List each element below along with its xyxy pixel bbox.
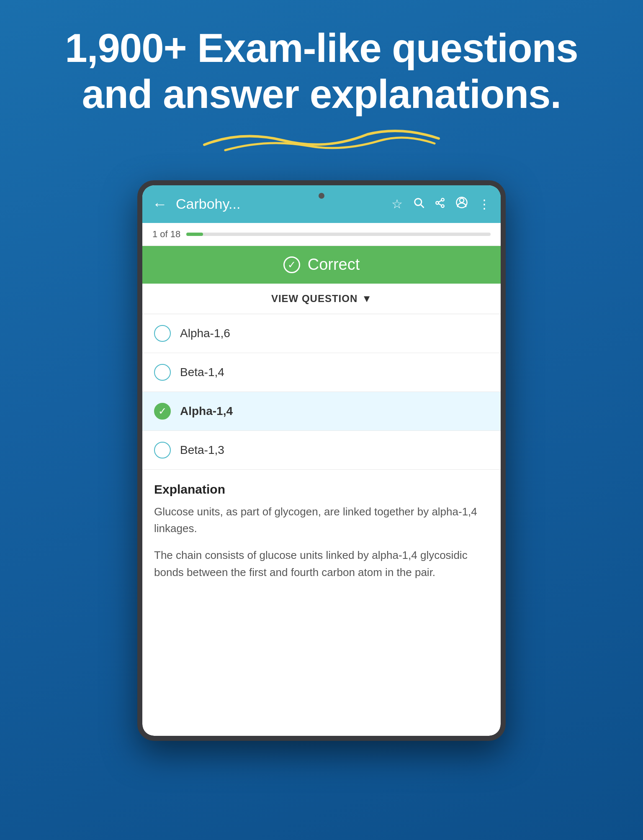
explanation-paragraph-2: The chain consists of glucose units link… bbox=[154, 547, 489, 581]
option-row-d[interactable]: Beta-1,3 bbox=[142, 431, 501, 470]
explanation-section: Explanation Glucose units, as part of gl… bbox=[142, 470, 501, 603]
option-text-d: Beta-1,3 bbox=[180, 443, 224, 457]
tablet-screen: ← Carbohy... ☆ bbox=[142, 185, 501, 736]
header-title: 1,900+ Exam-like questions and answer ex… bbox=[33, 25, 610, 118]
more-icon[interactable]: ⋮ bbox=[478, 197, 491, 211]
correct-check-icon: ✓ bbox=[283, 256, 300, 273]
app-bar-icons: ☆ bbox=[391, 196, 491, 212]
option-text-c: Alpha-1,4 bbox=[180, 405, 233, 418]
tablet-camera bbox=[319, 193, 324, 199]
user-icon[interactable] bbox=[455, 196, 468, 212]
progress-section: 1 of 18 bbox=[142, 223, 501, 246]
search-icon[interactable] bbox=[413, 197, 424, 211]
correct-text: Correct bbox=[308, 256, 360, 274]
explanation-title: Explanation bbox=[154, 482, 489, 497]
option-row-b[interactable]: Beta-1,4 bbox=[142, 353, 501, 392]
view-question-arrow-icon: ▼ bbox=[362, 293, 372, 305]
correct-banner: ✓ Correct bbox=[142, 246, 501, 284]
decorative-squiggle bbox=[192, 122, 451, 155]
svg-line-5 bbox=[438, 203, 441, 205]
tablet-device: ← Carbohy... ☆ bbox=[137, 180, 506, 741]
radio-a bbox=[154, 325, 171, 342]
view-question-label: VIEW QUESTION bbox=[271, 293, 358, 305]
options-list: Alpha-1,6 Beta-1,4 ✓ Alpha-1,4 bbox=[142, 314, 501, 470]
star-icon[interactable]: ☆ bbox=[391, 197, 403, 211]
progress-label: 1 of 18 bbox=[152, 229, 180, 240]
radio-b bbox=[154, 364, 171, 381]
svg-point-7 bbox=[460, 198, 464, 202]
svg-line-1 bbox=[421, 205, 423, 207]
app-bar-title: Carbohy... bbox=[176, 196, 383, 212]
option-row-a[interactable]: Alpha-1,6 bbox=[142, 314, 501, 353]
radio-check-icon: ✓ bbox=[158, 405, 167, 417]
page-background: 1,900+ Exam-like questions and answer ex… bbox=[0, 0, 643, 741]
back-button[interactable]: ← bbox=[152, 195, 167, 213]
explanation-paragraph-1: Glucose units, as part of glycogen, are … bbox=[154, 503, 489, 537]
header-section: 1,900+ Exam-like questions and answer ex… bbox=[0, 0, 643, 164]
progress-bar-background bbox=[186, 233, 491, 236]
svg-line-6 bbox=[438, 200, 441, 202]
option-row-c[interactable]: ✓ Alpha-1,4 bbox=[142, 392, 501, 431]
radio-d bbox=[154, 442, 171, 458]
share-icon[interactable] bbox=[435, 197, 445, 211]
app-bar: ← Carbohy... ☆ bbox=[142, 185, 501, 223]
view-question-row[interactable]: VIEW QUESTION ▼ bbox=[142, 284, 501, 314]
option-text-b: Beta-1,4 bbox=[180, 366, 224, 379]
radio-c: ✓ bbox=[154, 403, 171, 420]
option-text-a: Alpha-1,6 bbox=[180, 327, 230, 340]
progress-bar-fill bbox=[186, 233, 203, 236]
tablet-container: ← Carbohy... ☆ bbox=[0, 180, 643, 741]
